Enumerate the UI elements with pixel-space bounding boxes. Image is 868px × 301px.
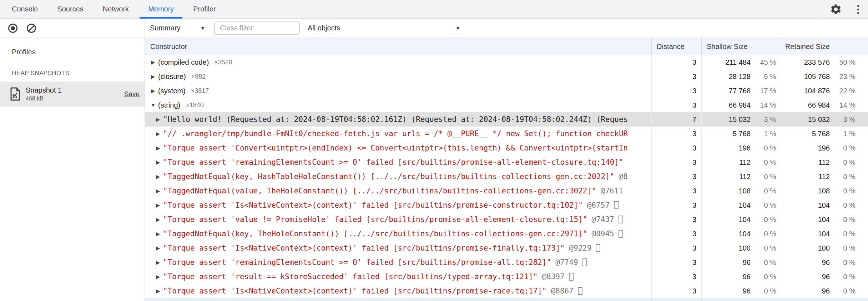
size-value: 104 (818, 216, 830, 224)
table-row[interactable]: ▼(string)×1840366 98414 %66 98414 % (145, 98, 868, 112)
size-value: 104 (739, 230, 751, 238)
devtools-memory-panel: ConsoleSourcesNetworkMemoryProfiler (0, 0, 868, 301)
save-link[interactable]: Save (124, 90, 140, 98)
triangle-collapsed-icon[interactable]: ▶ (153, 245, 163, 251)
retained-size-cell: 1000 % (780, 241, 868, 255)
shallow-size-cell: 1000 % (701, 241, 780, 255)
size-value: 5 768 (812, 130, 830, 138)
object-id: @8867 (551, 287, 574, 295)
table-row[interactable]: ▶"TaggedNotEqual(value, TheHoleConstant(… (145, 184, 868, 198)
shallow-size-cell: 28 1286 % (701, 69, 780, 84)
table-row[interactable]: ▶(system)×3817377 76817 %104 87622 % (145, 84, 868, 98)
retained-size-cell: 960 % (780, 270, 868, 284)
size-value: 28 128 (729, 73, 751, 81)
triangle-collapsed-icon[interactable]: ▶ (153, 217, 163, 222)
table-row[interactable]: ▶"Torque assert 'Is<NativeContext>(conte… (145, 284, 868, 298)
table-row[interactable]: ▶"TaggedNotEqual(key, TheHoleConstant())… (145, 227, 868, 241)
distance-cell: 3 (651, 84, 701, 98)
triangle-collapsed-icon[interactable]: ▶ (153, 117, 163, 122)
distance-cell: 3 (651, 127, 701, 141)
heap-snapshot-icon (10, 87, 21, 101)
constructor-cell: ▶"// .wrangler/tmp/bundle-FmNIt0/checked… (145, 127, 651, 141)
triangle-collapsed-icon[interactable]: ▶ (153, 274, 163, 280)
constructor-cell: ▶"TaggedNotEqual(key, TheHoleConstant())… (145, 227, 651, 241)
triangle-collapsed-icon[interactable]: ▶ (153, 145, 163, 151)
column-header-constructor[interactable]: Constructor (145, 38, 651, 55)
size-percent: 3 % (751, 115, 776, 124)
table-row[interactable]: ▶"// .wrangler/tmp/bundle-FmNIt0/checked… (145, 127, 868, 141)
shallow-size-cell: 1120 % (701, 155, 780, 169)
profiler-controls-toolbar (0, 19, 145, 38)
perspective-select[interactable]: Summary ▼ (150, 21, 205, 35)
triangle-collapsed-icon[interactable]: ▶ (153, 159, 163, 165)
size-value: 196 (739, 144, 751, 152)
triangle-collapsed-icon[interactable]: ▶ (153, 288, 163, 294)
triangle-expanded-icon[interactable]: ▼ (148, 102, 158, 108)
object-id: @8397 (542, 272, 564, 281)
table-row[interactable]: ▶(closure)×982328 1286 %105 76823 % (145, 69, 868, 84)
size-value: 66 984 (808, 101, 830, 109)
clear-profiles-button[interactable] (25, 22, 38, 35)
column-header-retained-size[interactable]: Retained Size (780, 38, 868, 55)
table-row[interactable]: ▶"Hello world! (Requested at: 2024-08-19… (145, 112, 868, 127)
triangle-collapsed-icon[interactable]: ▶ (153, 231, 163, 237)
tab-sources[interactable]: Sources (47, 0, 93, 18)
triangle-collapsed-icon[interactable]: ▶ (148, 88, 158, 94)
string-value: "Hello world! (Requested at: 2024-08-19T… (163, 115, 628, 124)
triangle-collapsed-icon[interactable]: ▶ (153, 131, 163, 137)
more-options-button[interactable] (852, 3, 864, 16)
column-header-distance[interactable]: Distance (651, 38, 701, 55)
shallow-size-cell: 1040 % (701, 227, 780, 241)
table-row[interactable]: ▶"Torque assert 'remainingElementsCount … (145, 155, 868, 169)
table-row[interactable]: ▶"Torque assert 'Is<NativeContext>(conte… (145, 198, 868, 212)
string-value: "// .wrangler/tmp/bundle-FmNIt0/checked-… (163, 129, 628, 138)
record-heap-snapshot-button[interactable] (6, 22, 19, 35)
shallow-size-cell: 15 0323 % (701, 112, 780, 127)
size-value: 96 (822, 287, 830, 295)
column-header-shallow-size[interactable]: Shallow Size (701, 38, 780, 55)
table-row[interactable]: ▶"Torque assert 'Convert<uintptr>(endInd… (145, 141, 868, 155)
tab-memory[interactable]: Memory (138, 0, 183, 18)
triangle-collapsed-icon[interactable]: ▶ (153, 188, 163, 194)
tab-network[interactable]: Network (93, 0, 138, 18)
size-value: 77 768 (729, 87, 751, 95)
table-row[interactable]: ▶"Torque assert 'result == kStoreSuccede… (145, 270, 868, 284)
triangle-collapsed-icon[interactable]: ▶ (153, 174, 163, 179)
size-value: 104 (818, 201, 830, 209)
table-row[interactable]: ▶(compiled code)×35203211 48445 %233 576… (145, 55, 868, 69)
table-row[interactable]: ▶"Torque assert 'value != PromiseHole' f… (145, 212, 868, 227)
settings-button[interactable] (829, 3, 842, 16)
size-value: 104 (739, 201, 751, 209)
shallow-size-cell: 1960 % (701, 141, 780, 155)
triangle-collapsed-icon[interactable]: ▶ (153, 260, 163, 265)
distance-cell: 3 (651, 284, 701, 298)
distance-cell: 3 (651, 184, 701, 198)
size-value: 108 (739, 187, 751, 195)
table-row[interactable]: ▶"Torque assert 'Is<NativeContext>(conte… (145, 241, 868, 255)
tab-console[interactable]: Console (2, 0, 47, 18)
retained-size-cell: 1040 % (780, 212, 868, 227)
size-percent: 0 % (751, 187, 776, 195)
object-selection-select[interactable]: All objects ▼ (308, 21, 460, 35)
string-value: "Torque assert 'result == kStoreSucceded… (163, 272, 538, 281)
size-value: 105 768 (804, 73, 830, 81)
constructor-cell: ▶"TaggedNotEqual(key, HashTableHoleConst… (145, 169, 651, 184)
triangle-collapsed-icon[interactable]: ▶ (148, 74, 158, 79)
triangle-collapsed-icon[interactable]: ▶ (148, 59, 158, 65)
size-value: 104 (739, 216, 751, 224)
class-filter-input[interactable] (214, 21, 300, 35)
constructor-cell: ▶"Torque assert 'value != PromiseHole' f… (145, 212, 651, 227)
table-row[interactable]: ▶"TaggedNotEqual(key, HashTableHoleConst… (145, 169, 868, 184)
shallow-size-cell: 5 7681 % (701, 127, 780, 141)
missing-glyph-box (578, 287, 582, 295)
table-row[interactable]: ▶"Torque assert 'remainingElementsCount … (145, 255, 868, 270)
missing-glyph-box (619, 230, 623, 238)
triangle-collapsed-icon[interactable]: ▶ (153, 202, 163, 208)
string-value: "Torque assert 'Is<NativeContext>(contex… (163, 244, 565, 252)
gear-icon (830, 3, 842, 15)
tab-profiler[interactable]: Profiler (183, 0, 225, 18)
chevron-down-icon: ▼ (455, 25, 460, 31)
sidebar-item-snapshot-1[interactable]: Snapshot 1 468 kB Save (0, 82, 145, 107)
distance-cell: 3 (651, 198, 701, 212)
retained-size-cell: 104 87622 % (780, 84, 868, 98)
